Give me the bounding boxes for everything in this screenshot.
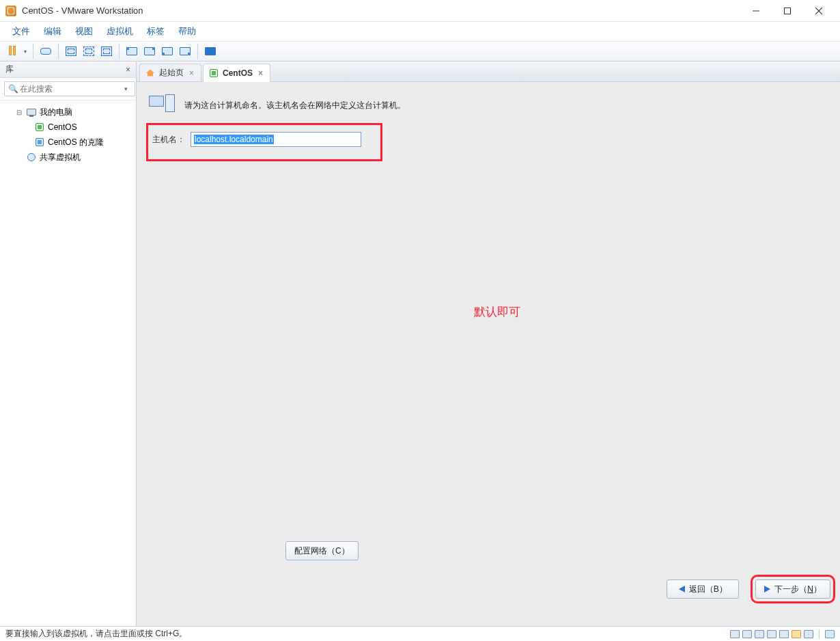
- home-icon: [145, 68, 155, 78]
- back-button[interactable]: 返回（B）: [667, 579, 739, 599]
- wizard-buttons: 返回（B） 下一步（N）: [667, 579, 830, 599]
- computer-pair-icon: [149, 94, 178, 116]
- tree-item-label: CentOS: [48, 122, 77, 132]
- annotation-text: 默认即可: [474, 304, 520, 320]
- status-device-icon[interactable]: [755, 630, 764, 638]
- svg-rect-1: [785, 8, 791, 14]
- fullscreen-button[interactable]: [202, 43, 219, 59]
- status-device-icon[interactable]: [742, 630, 752, 638]
- view-bl-button[interactable]: [159, 43, 176, 59]
- tree-shared-vms[interactable]: 共享虚拟机: [3, 150, 133, 165]
- menu-tabs[interactable]: 标签: [141, 23, 170, 40]
- close-button[interactable]: [803, 1, 835, 21]
- hostname-highlight: 主机名： localhost.localdomain: [146, 123, 382, 161]
- menu-file[interactable]: 文件: [7, 23, 36, 40]
- status-icons: [730, 629, 835, 639]
- instruction-text: 请为这台计算机命名。该主机名会在网络中定义这台计算机。: [184, 100, 406, 111]
- menu-edit[interactable]: 编辑: [38, 23, 67, 40]
- tree-item-centos-clone[interactable]: CentOS 的克隆: [3, 135, 133, 150]
- tree-root-label: 我的电脑: [40, 107, 72, 118]
- instruction-row: 请为这台计算机命名。该主机名会在网络中定义这台计算机。: [149, 94, 830, 116]
- search-input[interactable]: [4, 81, 135, 96]
- sidebar-tree: ⊟ 我的电脑 CentOS CentOS 的克隆 共享虚拟机: [0, 100, 136, 626]
- main-area: 起始页 × CentOS × 请为这台计算机命名。该主机名会在网络中定义这台计算…: [137, 62, 840, 626]
- back-label: 返回（B）: [689, 584, 727, 595]
- pause-button[interactable]: [4, 43, 20, 59]
- minimize-button[interactable]: [740, 1, 772, 21]
- status-device-icon[interactable]: [767, 630, 776, 638]
- hostname-value: localhost.localdomain: [194, 135, 274, 144]
- status-hint: 要直接输入到该虚拟机，请点击里面或按 Ctrl+G。: [5, 628, 187, 640]
- hostname-row: 主机名： localhost.localdomain: [152, 132, 374, 147]
- snapshot-button[interactable]: [63, 43, 79, 59]
- app-icon: [5, 5, 16, 16]
- vm-icon: [209, 68, 219, 78]
- status-device-icon[interactable]: [779, 630, 789, 638]
- sidebar-header: 库 ×: [0, 62, 136, 78]
- arrow-left-icon: [679, 586, 685, 592]
- sidebar-title: 库: [5, 64, 14, 75]
- hostname-label: 主机名：: [152, 134, 185, 146]
- arrow-right-icon: [764, 586, 770, 592]
- tab-centos[interactable]: CentOS ×: [203, 64, 270, 82]
- next-label: 下一步（N）: [774, 584, 822, 595]
- tree-item-centos[interactable]: CentOS: [3, 120, 133, 135]
- status-device-icon[interactable]: [792, 630, 801, 638]
- statusbar: 要直接输入到该虚拟机，请点击里面或按 Ctrl+G。: [0, 626, 840, 641]
- menu-help[interactable]: 帮助: [173, 23, 201, 40]
- status-separator: [819, 629, 820, 639]
- sidebar: 库 × 🔍 ▾ ⊟ 我的电脑 CentOS CentOS 的克隆: [0, 62, 137, 626]
- titlebar: CentOS - VMware Workstation: [0, 0, 840, 22]
- share-icon: [26, 152, 37, 163]
- view-tr-button[interactable]: [141, 43, 158, 59]
- configure-network-button[interactable]: 配置网络（C）: [285, 541, 359, 560]
- tab-bar: 起始页 × CentOS ×: [137, 62, 840, 82]
- snapshot-revert-button[interactable]: [81, 43, 97, 59]
- vm-icon: [34, 137, 45, 148]
- tree-root-computer[interactable]: ⊟ 我的电脑: [3, 105, 133, 120]
- tab-close-icon[interactable]: ×: [257, 68, 264, 78]
- status-device-icon[interactable]: [804, 630, 813, 638]
- computer-icon: [26, 107, 37, 118]
- search-dropdown-icon[interactable]: ▾: [124, 85, 128, 92]
- vm-icon: [34, 122, 45, 133]
- configure-network-label: 配置网络（C）: [294, 545, 350, 557]
- tree-shared-label: 共享虚拟机: [40, 152, 81, 163]
- snapshot-manager-button[interactable]: [98, 43, 115, 59]
- tab-home[interactable]: 起始页 ×: [139, 64, 201, 81]
- menubar: 文件 编辑 视图 虚拟机 标签 帮助: [0, 22, 840, 41]
- toolbar-separator: [58, 44, 59, 59]
- view-br-button[interactable]: [177, 43, 193, 59]
- menu-vm[interactable]: 虚拟机: [101, 23, 139, 40]
- tab-centos-label: CentOS: [223, 68, 253, 78]
- vm-content[interactable]: 请为这台计算机命名。该主机名会在网络中定义这台计算机。 主机名： localho…: [137, 82, 840, 626]
- pause-dropdown[interactable]: ▾: [22, 49, 29, 55]
- maximize-button[interactable]: [772, 1, 803, 21]
- hostname-input[interactable]: localhost.localdomain: [191, 132, 361, 147]
- tab-home-label: 起始页: [159, 67, 184, 79]
- link-button[interactable]: [38, 43, 54, 59]
- toolbar-separator: [197, 44, 198, 59]
- toolbar-separator: [119, 44, 120, 59]
- tab-close-icon[interactable]: ×: [188, 68, 195, 78]
- next-button[interactable]: 下一步（N）: [755, 579, 830, 599]
- window-title: CentOS - VMware Workstation: [22, 5, 740, 16]
- view-tl-button[interactable]: [124, 43, 140, 59]
- toolbar: ▾: [0, 41, 840, 62]
- status-device-icon[interactable]: [730, 630, 740, 638]
- menu-view[interactable]: 视图: [70, 23, 98, 40]
- toolbar-separator: [33, 44, 33, 59]
- sidebar-search: 🔍 ▾: [0, 78, 136, 100]
- tree-item-label: CentOS 的克隆: [48, 137, 104, 148]
- sidebar-close-icon[interactable]: ×: [126, 65, 130, 74]
- status-message-icon[interactable]: [825, 630, 835, 638]
- collapse-icon[interactable]: ⊟: [15, 109, 23, 116]
